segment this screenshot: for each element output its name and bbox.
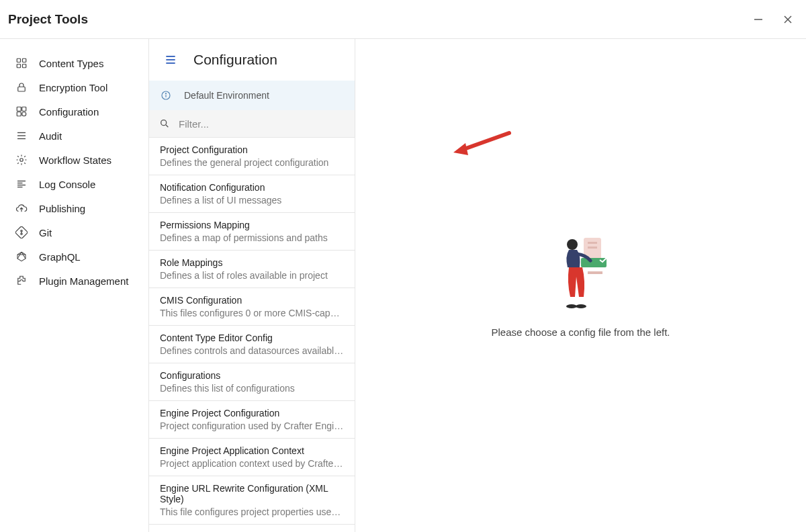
minimize-button[interactable]: [752, 13, 765, 26]
svg-rect-5: [17, 64, 20, 68]
window-controls: [752, 13, 799, 26]
svg-point-41: [567, 239, 578, 250]
environment-banner: Default Environment: [149, 81, 355, 110]
config-item-engine-url-rewrite-configuration[interactable]: Engine URL Rewrite Configuration (XML St…: [149, 476, 355, 525]
lock-icon: [15, 81, 28, 94]
config-item-title: CMIS Configuration: [160, 295, 344, 306]
config-item-permissions-mapping[interactable]: Permissions Mapping Defines a map of per…: [149, 213, 355, 251]
sidebar-item-label: Git: [39, 227, 52, 238]
info-icon: [160, 89, 172, 101]
menu-toggle-button[interactable]: [163, 52, 179, 68]
svg-point-42: [566, 304, 577, 308]
config-item-notification-configuration[interactable]: Notification Configuration Defines a lis…: [149, 175, 355, 213]
svg-rect-9: [22, 107, 26, 111]
config-item-desc: Defines a map of permissions and paths: [160, 232, 344, 243]
config-item-cmis-configuration[interactable]: CMIS Configuration This files configures…: [149, 288, 355, 326]
svg-point-22: [21, 233, 22, 234]
config-panel: Configuration Default Environment Projec…: [149, 39, 355, 532]
config-item-desc: Project application context used by Craf…: [160, 458, 344, 469]
sidebar-item-graphql[interactable]: GraphQL: [0, 245, 148, 269]
svg-rect-8: [17, 107, 21, 111]
svg-point-21: [21, 230, 22, 232]
svg-point-15: [20, 159, 24, 162]
environment-label: Default Environment: [184, 90, 269, 101]
config-item-engine-project-configuration[interactable]: Engine Project Configuration Project con…: [149, 401, 355, 439]
svg-line-35: [166, 125, 168, 127]
config-item-content-type-editor-config[interactable]: Content Type Editor Config Defines contr…: [149, 326, 355, 363]
git-icon: [15, 226, 28, 239]
sidebar-item-plugin-management[interactable]: Plugin Management: [0, 269, 148, 293]
svg-rect-38: [588, 247, 597, 249]
sidebar-item-label: GraphQL: [39, 251, 81, 263]
sidebar-item-audit[interactable]: Audit: [0, 124, 148, 148]
filter-input[interactable]: [179, 118, 345, 130]
sidebar-item-label: Plugin Management: [39, 275, 128, 287]
graphql-icon: [15, 250, 28, 263]
svg-point-11: [22, 112, 26, 116]
sidebar-item-workflow-states[interactable]: Workflow States: [0, 148, 148, 172]
sidebar-item-publishing[interactable]: Publishing: [0, 196, 148, 220]
config-item-title: Project Configuration: [160, 144, 344, 155]
sidebar-item-git[interactable]: Git: [0, 220, 148, 245]
config-item-desc: This files configures 0 or more CMIS-cap…: [160, 308, 344, 318]
svg-marker-44: [453, 143, 468, 155]
config-item-desc: Defines the general project configuratio…: [160, 157, 344, 168]
search-icon: [159, 118, 171, 130]
config-item-desc: Defines controls and datasources availab…: [160, 345, 344, 356]
widgets-icon: [15, 105, 28, 118]
config-item-desc: Project configuration used by Crafter En…: [160, 420, 344, 431]
config-panel-header: Configuration: [149, 39, 355, 81]
sidebar-item-encryption-tool[interactable]: Encryption Tool: [0, 75, 148, 99]
config-item-title: Role Mappings: [160, 257, 344, 268]
sidebar-item-log-console[interactable]: Log Console: [0, 172, 148, 196]
close-button[interactable]: [781, 13, 795, 26]
svg-rect-6: [23, 64, 26, 68]
config-list: Project Configuration Defines the genera…: [149, 138, 355, 532]
page-title: Configuration: [193, 52, 277, 68]
gear-icon: [15, 153, 28, 167]
config-item-desc: This file configures project properties …: [160, 506, 344, 517]
annotation-arrow-icon: [452, 130, 512, 157]
config-item-role-mappings[interactable]: Role Mappings Defines a list of roles av…: [149, 251, 355, 288]
sidebar-item-label: Configuration: [39, 106, 99, 118]
sidebar-item-content-types[interactable]: Content Types: [0, 51, 148, 75]
svg-point-34: [161, 120, 167, 126]
svg-rect-3: [17, 58, 20, 62]
titlebar-title: Project Tools: [8, 12, 88, 27]
config-item-desc: Defines a list of UI messages: [160, 195, 344, 206]
align-left-icon: [15, 177, 28, 191]
svg-rect-40: [588, 271, 602, 274]
titlebar: Project Tools: [0, 0, 806, 39]
config-item-desc: Defines a list of roles available in pro…: [160, 270, 344, 281]
sidebar-item-label: Publishing: [39, 203, 85, 214]
content-types-icon: [15, 56, 28, 70]
sidebar-item-label: Workflow States: [39, 154, 111, 166]
config-item-title: Content Type Editor Config: [160, 332, 344, 343]
config-item-project-configuration[interactable]: Project Configuration Defines the genera…: [149, 138, 355, 175]
filter-row: [149, 110, 355, 138]
svg-point-33: [165, 93, 166, 94]
svg-point-43: [576, 304, 586, 308]
config-item-title: Engine Project Configuration: [160, 408, 344, 418]
config-item-engine-project-application-context[interactable]: Engine Project Application Context Proje…: [149, 439, 355, 476]
svg-rect-7: [18, 87, 26, 91]
content-area: Please choose a config file from the lef…: [355, 39, 806, 532]
config-item-configurations[interactable]: Configurations Defines this list of conf…: [149, 363, 355, 401]
config-item-title: Configurations: [160, 370, 344, 381]
config-item-title: Engine Project Application Context: [160, 445, 344, 456]
plugin-icon: [15, 274, 28, 287]
empty-state-message: Please choose a config file from the lef…: [492, 326, 670, 338]
svg-rect-10: [17, 112, 21, 116]
sidebar-item-configuration[interactable]: Configuration: [0, 99, 148, 124]
config-item-title: Engine URL Rewrite Configuration (XML St…: [160, 483, 344, 504]
sidebar-item-label: Audit: [39, 130, 62, 142]
config-item-title: Notification Configuration: [160, 182, 344, 193]
sidebar-item-label: Content Types: [39, 58, 103, 69]
svg-rect-4: [23, 58, 26, 62]
cloud-upload-icon: [15, 202, 28, 215]
empty-state-illustration: [554, 234, 608, 314]
svg-rect-37: [588, 242, 597, 244]
config-item-desc: Defines this list of configurations: [160, 383, 344, 394]
sidebar-item-label: Log Console: [39, 179, 95, 190]
sidebar-item-label: Encryption Tool: [39, 82, 107, 93]
